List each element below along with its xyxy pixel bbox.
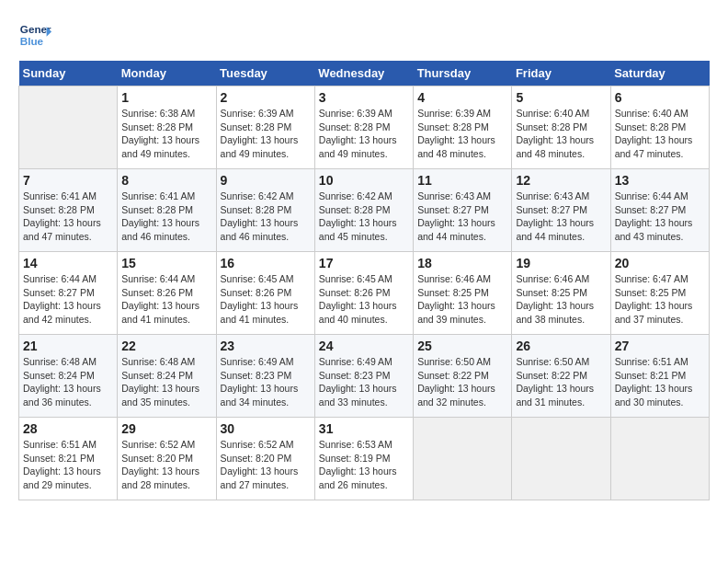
day-number: 31 bbox=[319, 421, 409, 436]
day-number: 23 bbox=[221, 339, 311, 353]
day-header-wednesday: Wednesday bbox=[314, 61, 413, 86]
week-row-1: 1Sunrise: 6:38 AM Sunset: 8:28 PM Daylig… bbox=[19, 86, 710, 169]
day-number: 20 bbox=[615, 256, 705, 270]
day-info: Sunrise: 6:40 AM Sunset: 8:28 PM Dayligh… bbox=[615, 107, 705, 161]
calendar-cell bbox=[19, 86, 118, 169]
day-number: 6 bbox=[615, 90, 705, 105]
day-number: 21 bbox=[23, 339, 113, 353]
day-number: 14 bbox=[23, 256, 113, 270]
day-header-monday: Monday bbox=[118, 61, 216, 86]
calendar-cell: 29Sunrise: 6:52 AM Sunset: 8:20 PM Dayli… bbox=[118, 418, 216, 500]
calendar-cell: 22Sunrise: 6:48 AM Sunset: 8:24 PM Dayli… bbox=[118, 335, 216, 418]
day-info: Sunrise: 6:40 AM Sunset: 8:28 PM Dayligh… bbox=[516, 107, 606, 161]
svg-text:Blue: Blue bbox=[20, 35, 44, 47]
day-info: Sunrise: 6:42 AM Sunset: 8:28 PM Dayligh… bbox=[319, 190, 409, 244]
calendar-cell: 30Sunrise: 6:52 AM Sunset: 8:20 PM Dayli… bbox=[216, 418, 314, 500]
calendar-cell bbox=[610, 418, 709, 500]
calendar-cell: 17Sunrise: 6:45 AM Sunset: 8:26 PM Dayli… bbox=[314, 252, 413, 335]
week-row-5: 28Sunrise: 6:51 AM Sunset: 8:21 PM Dayli… bbox=[19, 418, 710, 500]
day-number: 16 bbox=[221, 256, 311, 270]
calendar-cell bbox=[512, 418, 610, 500]
week-row-4: 21Sunrise: 6:48 AM Sunset: 8:24 PM Dayli… bbox=[19, 335, 710, 418]
day-info: Sunrise: 6:42 AM Sunset: 8:28 PM Dayligh… bbox=[221, 190, 311, 244]
calendar-cell: 24Sunrise: 6:49 AM Sunset: 8:23 PM Dayli… bbox=[314, 335, 413, 418]
day-number: 22 bbox=[121, 339, 211, 353]
week-row-2: 7Sunrise: 6:41 AM Sunset: 8:28 PM Daylig… bbox=[19, 169, 710, 252]
calendar-cell: 23Sunrise: 6:49 AM Sunset: 8:23 PM Dayli… bbox=[216, 335, 314, 418]
calendar-cell: 16Sunrise: 6:45 AM Sunset: 8:26 PM Dayli… bbox=[216, 252, 314, 335]
day-info: Sunrise: 6:39 AM Sunset: 8:28 PM Dayligh… bbox=[221, 107, 311, 161]
day-info: Sunrise: 6:41 AM Sunset: 8:28 PM Dayligh… bbox=[121, 190, 211, 244]
day-number: 5 bbox=[516, 90, 606, 105]
day-number: 7 bbox=[23, 173, 113, 188]
calendar-cell: 10Sunrise: 6:42 AM Sunset: 8:28 PM Dayli… bbox=[314, 169, 413, 252]
day-header-saturday: Saturday bbox=[610, 61, 709, 86]
day-header-tuesday: Tuesday bbox=[216, 61, 314, 86]
calendar-cell: 8Sunrise: 6:41 AM Sunset: 8:28 PM Daylig… bbox=[118, 169, 216, 252]
calendar-cell: 14Sunrise: 6:44 AM Sunset: 8:27 PM Dayli… bbox=[19, 252, 118, 335]
day-number: 30 bbox=[221, 421, 311, 436]
day-number: 19 bbox=[516, 256, 606, 270]
calendar-cell: 4Sunrise: 6:39 AM Sunset: 8:28 PM Daylig… bbox=[414, 86, 512, 169]
day-number: 9 bbox=[221, 173, 311, 188]
day-number: 4 bbox=[417, 90, 507, 105]
day-info: Sunrise: 6:38 AM Sunset: 8:28 PM Dayligh… bbox=[121, 107, 211, 161]
day-number: 25 bbox=[417, 339, 507, 353]
day-info: Sunrise: 6:51 AM Sunset: 8:21 PM Dayligh… bbox=[23, 438, 113, 492]
day-info: Sunrise: 6:46 AM Sunset: 8:25 PM Dayligh… bbox=[516, 272, 606, 327]
calendar-cell: 7Sunrise: 6:41 AM Sunset: 8:28 PM Daylig… bbox=[19, 169, 118, 252]
day-header-thursday: Thursday bbox=[414, 61, 512, 86]
calendar-cell: 19Sunrise: 6:46 AM Sunset: 8:25 PM Dayli… bbox=[512, 252, 610, 335]
calendar-body: 1Sunrise: 6:38 AM Sunset: 8:28 PM Daylig… bbox=[19, 86, 710, 500]
calendar-cell: 25Sunrise: 6:50 AM Sunset: 8:22 PM Dayli… bbox=[414, 335, 512, 418]
day-number: 15 bbox=[121, 256, 211, 270]
day-info: Sunrise: 6:44 AM Sunset: 8:27 PM Dayligh… bbox=[615, 190, 705, 244]
calendar-table: SundayMondayTuesdayWednesdayThursdayFrid… bbox=[18, 61, 710, 500]
calendar-cell: 2Sunrise: 6:39 AM Sunset: 8:28 PM Daylig… bbox=[216, 86, 314, 169]
calendar-cell: 18Sunrise: 6:46 AM Sunset: 8:25 PM Dayli… bbox=[414, 252, 512, 335]
calendar-cell: 3Sunrise: 6:39 AM Sunset: 8:28 PM Daylig… bbox=[314, 86, 413, 169]
day-number: 17 bbox=[319, 256, 409, 270]
day-number: 1 bbox=[121, 90, 211, 105]
logo: General Blue bbox=[18, 18, 51, 52]
day-info: Sunrise: 6:46 AM Sunset: 8:25 PM Dayligh… bbox=[417, 272, 507, 327]
header: General Blue bbox=[18, 18, 710, 52]
day-info: Sunrise: 6:53 AM Sunset: 8:19 PM Dayligh… bbox=[319, 438, 409, 492]
day-number: 18 bbox=[417, 256, 507, 270]
day-number: 29 bbox=[121, 421, 211, 436]
calendar-cell: 1Sunrise: 6:38 AM Sunset: 8:28 PM Daylig… bbox=[118, 86, 216, 169]
day-number: 24 bbox=[319, 339, 409, 353]
day-header-friday: Friday bbox=[512, 61, 610, 86]
day-info: Sunrise: 6:49 AM Sunset: 8:23 PM Dayligh… bbox=[221, 355, 311, 409]
day-number: 12 bbox=[516, 173, 606, 188]
day-header-sunday: Sunday bbox=[19, 61, 118, 86]
days-header-row: SundayMondayTuesdayWednesdayThursdayFrid… bbox=[19, 61, 710, 86]
day-info: Sunrise: 6:44 AM Sunset: 8:26 PM Dayligh… bbox=[121, 272, 211, 327]
calendar-cell: 9Sunrise: 6:42 AM Sunset: 8:28 PM Daylig… bbox=[216, 169, 314, 252]
calendar-cell: 11Sunrise: 6:43 AM Sunset: 8:27 PM Dayli… bbox=[414, 169, 512, 252]
calendar-cell: 31Sunrise: 6:53 AM Sunset: 8:19 PM Dayli… bbox=[314, 418, 413, 500]
calendar-cell: 21Sunrise: 6:48 AM Sunset: 8:24 PM Dayli… bbox=[19, 335, 118, 418]
day-number: 13 bbox=[615, 173, 705, 188]
day-number: 8 bbox=[121, 173, 211, 188]
day-info: Sunrise: 6:43 AM Sunset: 8:27 PM Dayligh… bbox=[417, 190, 507, 244]
calendar-cell: 20Sunrise: 6:47 AM Sunset: 8:25 PM Dayli… bbox=[610, 252, 709, 335]
day-info: Sunrise: 6:49 AM Sunset: 8:23 PM Dayligh… bbox=[319, 355, 409, 409]
day-info: Sunrise: 6:52 AM Sunset: 8:20 PM Dayligh… bbox=[121, 438, 211, 492]
day-info: Sunrise: 6:39 AM Sunset: 8:28 PM Dayligh… bbox=[319, 107, 409, 161]
calendar-cell: 28Sunrise: 6:51 AM Sunset: 8:21 PM Dayli… bbox=[19, 418, 118, 500]
day-info: Sunrise: 6:50 AM Sunset: 8:22 PM Dayligh… bbox=[417, 355, 507, 409]
day-info: Sunrise: 6:41 AM Sunset: 8:28 PM Dayligh… bbox=[23, 190, 113, 244]
day-number: 3 bbox=[319, 90, 409, 105]
day-info: Sunrise: 6:44 AM Sunset: 8:27 PM Dayligh… bbox=[23, 272, 113, 327]
day-info: Sunrise: 6:39 AM Sunset: 8:28 PM Dayligh… bbox=[417, 107, 507, 161]
day-info: Sunrise: 6:48 AM Sunset: 8:24 PM Dayligh… bbox=[23, 355, 113, 409]
calendar-cell: 5Sunrise: 6:40 AM Sunset: 8:28 PM Daylig… bbox=[512, 86, 610, 169]
day-number: 28 bbox=[23, 421, 113, 436]
calendar-cell: 6Sunrise: 6:40 AM Sunset: 8:28 PM Daylig… bbox=[610, 86, 709, 169]
logo-icon: General Blue bbox=[18, 18, 51, 52]
calendar-cell bbox=[414, 418, 512, 500]
calendar-cell: 27Sunrise: 6:51 AM Sunset: 8:21 PM Dayli… bbox=[610, 335, 709, 418]
day-info: Sunrise: 6:52 AM Sunset: 8:20 PM Dayligh… bbox=[221, 438, 311, 492]
day-number: 2 bbox=[221, 90, 311, 105]
